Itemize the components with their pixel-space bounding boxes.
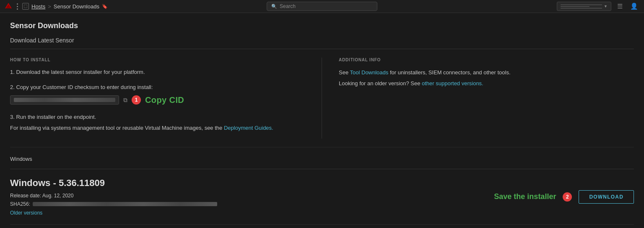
- cid-blurred-value: [14, 98, 115, 102]
- installer-row: Windows - 5.36.11809 Release date: Aug. …: [10, 178, 634, 216]
- copy-icon[interactable]: ⧉: [123, 96, 127, 105]
- windows-section: Windows Windows - 5.36.11809 Release dat…: [10, 147, 634, 225]
- search-label: Search: [280, 3, 296, 9]
- step-2: 2. Copy your Customer ID checksum to ent…: [10, 83, 305, 107]
- step-badge-2: 2: [563, 192, 572, 202]
- chevron-down-icon: ▼: [604, 4, 608, 8]
- step-badge-1: 1: [132, 95, 141, 105]
- installer-version: Windows - 5.36.11809: [10, 178, 486, 189]
- bookmark-icon[interactable]: 🔖: [102, 4, 108, 9]
- line1-pre: See: [339, 69, 348, 76]
- page-title: Sensor Downloads: [10, 21, 634, 30]
- other-supported-versions-link[interactable]: other supported versions.: [422, 80, 483, 86]
- additional-info-section: ADDITIONAL INFO See Tool Downloads for u…: [322, 58, 634, 139]
- older-versions-link[interactable]: Older versions: [10, 210, 42, 216]
- step-1-text: 1. Download the latest sensor installer …: [10, 69, 145, 75]
- cid-value-field: [10, 95, 119, 105]
- search-icon: 🔍: [271, 4, 277, 9]
- copy-cid-label[interactable]: Copy CID: [145, 94, 184, 106]
- step-3-sub-text: For installing via systems management to…: [10, 125, 222, 131]
- topnav-right: ▼ ☰ 👤: [557, 1, 640, 12]
- additional-label: ADDITIONAL INFO: [339, 58, 634, 62]
- sha-blurred-value: [33, 202, 217, 206]
- additional-line-1: See Tool Downloads for uninstallers, SIE…: [339, 68, 634, 77]
- section-title: Download Latest Sensor: [10, 37, 634, 49]
- step-1: 1. Download the latest sensor installer …: [10, 68, 305, 76]
- tool-downloads-link[interactable]: Tool Downloads: [350, 69, 389, 76]
- breadcrumb-separator: >: [48, 3, 51, 10]
- topnav: Hosts > Sensor Downloads 🔖 🔍 Search ▼ ☰ …: [0, 0, 644, 13]
- line2-pre: Looking for an older version? See: [339, 80, 420, 86]
- messages-icon[interactable]: ☰: [615, 1, 624, 12]
- sha-row: SHA256:: [10, 201, 486, 207]
- line1-post: for uninstallers, SIEM connectors, and o…: [390, 69, 511, 76]
- release-date: Release date: Aug. 12, 2020: [10, 193, 486, 199]
- breadcrumb-current-page: Sensor Downloads: [54, 3, 99, 10]
- installer-info: Windows - 5.36.11809 Release date: Aug. …: [10, 178, 486, 216]
- step-3-sub: For installing via systems management to…: [10, 124, 305, 132]
- how-to-label: HOW TO INSTALL: [10, 58, 305, 62]
- additional-line-2: Looking for an older version? See other …: [339, 79, 634, 88]
- installer-actions: Save the installer 2 DOWNLOAD: [494, 190, 634, 204]
- windows-platform-label: Windows: [10, 156, 634, 162]
- windows-divider: [10, 169, 634, 169]
- how-to-install-section: HOW TO INSTALL 1. Download the latest se…: [10, 58, 322, 139]
- sha-label: SHA256:: [10, 201, 30, 207]
- logo-icon: [4, 2, 13, 10]
- user-icon[interactable]: 👤: [628, 1, 640, 12]
- deployment-guides-link[interactable]: Deployment Guides.: [224, 125, 273, 131]
- user-dropdown[interactable]: ▼: [557, 2, 611, 11]
- breadcrumb-hosts-link[interactable]: Hosts: [31, 3, 45, 10]
- topnav-left: Hosts > Sensor Downloads 🔖: [4, 2, 108, 11]
- mac-section: Mac: [10, 225, 634, 228]
- step-3-text: 3. Run the installer on the endpoint.: [10, 114, 96, 120]
- window-icon[interactable]: [22, 3, 29, 10]
- download-button[interactable]: DOWNLOAD: [579, 190, 634, 204]
- save-installer-label: Save the installer: [494, 192, 556, 201]
- svg-rect-0: [24, 5, 27, 8]
- step-3: 3. Run the installer on the endpoint. Fo…: [10, 113, 305, 132]
- content-grid: HOW TO INSTALL 1. Download the latest se…: [10, 58, 634, 147]
- cid-row: ⧉ 1 Copy CID: [10, 94, 305, 106]
- main-content: Sensor Downloads Download Latest Sensor …: [0, 13, 644, 228]
- breadcrumb: Hosts > Sensor Downloads 🔖: [31, 3, 108, 10]
- grid-menu-icon[interactable]: [15, 2, 20, 11]
- search-bar[interactable]: 🔍 Search: [267, 2, 377, 11]
- step-2-text: 2. Copy your Customer ID checksum to ent…: [10, 84, 153, 90]
